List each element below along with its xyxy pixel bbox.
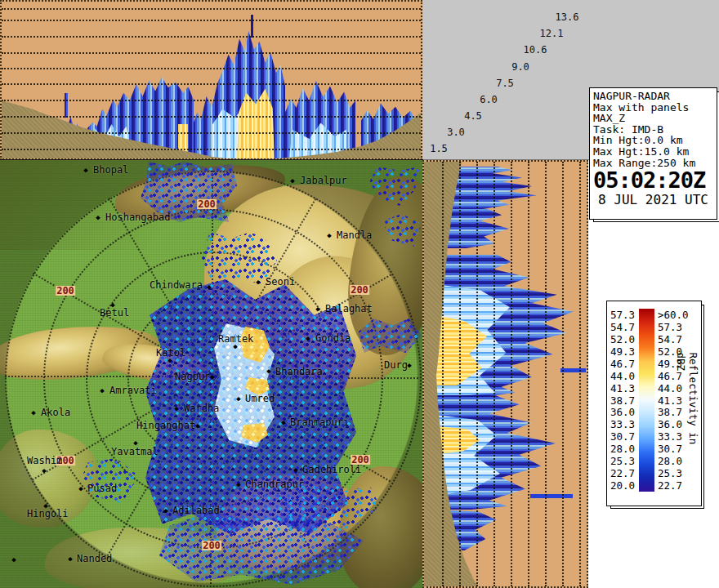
city-label-hoshangabad: Hoshangabad xyxy=(105,212,170,222)
height-gridline xyxy=(2,36,421,38)
legend-left-label: 46.7 xyxy=(607,359,635,369)
legend-left-label: 49.3 xyxy=(607,346,635,357)
height-gridline xyxy=(442,162,444,586)
city-marker-icon: ◆ xyxy=(327,232,331,239)
product-info-line: Min Hgt:0.0 km xyxy=(593,135,713,146)
range-ring-label: 200 xyxy=(202,541,221,550)
legend-right-label: >60.0 xyxy=(658,310,689,320)
height-gridline xyxy=(493,162,495,586)
height-gridline xyxy=(459,162,461,586)
height-gridline xyxy=(2,132,421,134)
legend-left-label: 28.0 xyxy=(607,443,635,454)
city-label-yavatmal: Yavatmal xyxy=(111,447,159,457)
city-label-katol: Katol xyxy=(156,348,185,358)
city-marker-icon: ◆ xyxy=(407,362,411,369)
radar-echo-spike xyxy=(530,494,573,498)
legend-left-label: 22.7 xyxy=(607,468,635,479)
city-label-pusad: Pusad xyxy=(87,483,117,493)
height-gridline xyxy=(2,68,421,69)
product-info-line: Max Hgt:15.0 km xyxy=(593,146,713,158)
height-gridline xyxy=(2,52,421,54)
city-label-seoni: Seoni xyxy=(266,277,295,287)
city-label-mandla: Mandla xyxy=(337,230,372,240)
ew-cross-section-panel xyxy=(0,0,422,160)
city-marker-icon: ◆ xyxy=(236,481,240,488)
city-label-ramtek: Ramtek xyxy=(218,334,253,344)
height-gridline xyxy=(528,162,529,586)
legend-title: Reflectivity in dBZ xyxy=(675,353,699,455)
range-ring-label: 200 xyxy=(197,199,217,209)
height-gridline xyxy=(2,100,421,101)
city-marker-icon: ◆ xyxy=(266,368,270,375)
city-label-jabalpur: Jabalpur xyxy=(300,176,347,185)
product-info-line: MAX_Z xyxy=(593,113,713,124)
height-gridline xyxy=(2,116,421,118)
height-label-9.0: 9.0 xyxy=(511,61,529,73)
city-label-chandrapur: Chandrapur xyxy=(245,479,304,489)
ns-cross-section-panel xyxy=(422,160,588,588)
ppi-map-panel: 200200200200200200 ◆Bhopal◆Jabalpur◆Hosh… xyxy=(0,160,422,588)
city-marker-icon: ◆ xyxy=(306,335,310,342)
legend-right-label: 28.0 xyxy=(658,456,682,466)
city-label-gadchiroli: Gadchiroli xyxy=(302,465,361,474)
color-scale-bar xyxy=(639,309,654,492)
city-marker-icon: ◆ xyxy=(256,278,260,286)
legend-left-label: 36.0 xyxy=(607,407,635,417)
height-gridline xyxy=(579,162,581,586)
city-marker-icon: ◆ xyxy=(83,167,87,174)
radar-echo xyxy=(65,93,68,118)
city-marker-icon: ◆ xyxy=(281,419,285,426)
city-marker-icon: ◆ xyxy=(174,405,178,412)
legend-left-label: 38.7 xyxy=(607,395,635,406)
city-marker-icon: ◆ xyxy=(195,422,199,430)
city-marker-icon: ◆ xyxy=(31,409,35,416)
product-info-box: NAGPUR-RADARMax with panelsMAX_ZTask: IM… xyxy=(589,87,717,220)
height-gridline xyxy=(562,162,564,586)
scan-date: 8 JUL 2021 UTC xyxy=(593,193,713,207)
product-info-line: Task: IMD-B xyxy=(593,124,713,136)
legend-left-label: 57.3 xyxy=(607,310,635,320)
height-label-6.0: 6.0 xyxy=(480,94,498,105)
height-gridline xyxy=(511,162,512,586)
legend-right-label: 25.3 xyxy=(658,468,682,479)
city-label-hingoli: Hingoli xyxy=(27,509,69,519)
legend-left-label: 25.3 xyxy=(607,456,635,466)
city-marker-icon: ◆ xyxy=(293,466,297,474)
scan-time: 05:02:20Z xyxy=(593,168,713,193)
legend-left-label: 54.7 xyxy=(607,322,635,332)
legend-right-label: 54.7 xyxy=(658,334,682,345)
height-gridline xyxy=(2,83,421,85)
city-label-brahmapuri: Brahmapuri xyxy=(290,417,349,427)
city-marker-icon: ◆ xyxy=(210,373,214,381)
height-label-12.1: 12.1 xyxy=(540,28,564,39)
city-marker-icon: ◆ xyxy=(42,467,46,474)
height-gridline xyxy=(476,162,478,586)
height-label-4.5: 4.5 xyxy=(464,110,482,122)
city-label-balaghat: Balaghat xyxy=(325,304,373,314)
city-label-wardha: Wardha xyxy=(184,403,219,413)
city-label-hinganghat: Hinganghat xyxy=(136,421,195,430)
city-marker-icon: ◆ xyxy=(96,214,100,221)
legend-right-label: 57.3 xyxy=(658,322,682,332)
legend-left-label: 41.3 xyxy=(607,383,635,394)
city-marker-icon: ◆ xyxy=(163,507,167,514)
radar-echo-spike xyxy=(560,368,586,372)
height-label-10.6: 10.6 xyxy=(524,44,547,56)
city-label-betul: Betul xyxy=(100,308,129,318)
city-marker-icon: ◆ xyxy=(11,556,16,564)
height-label-13.6: 13.6 xyxy=(556,11,579,23)
height-label-3.0: 3.0 xyxy=(447,127,465,138)
height-label-7.5: 7.5 xyxy=(496,78,514,89)
city-label-nanded: Nanded xyxy=(77,554,112,564)
product-info-line: NAGPUR-RADAR xyxy=(593,91,713,102)
legend-right-label: 22.7 xyxy=(658,480,682,491)
city-marker-icon: ◆ xyxy=(78,485,83,492)
legend-left-label: 44.0 xyxy=(607,371,635,381)
city-marker-icon: ◆ xyxy=(207,283,211,291)
radar-application-window: 1.53.04.56.07.59.010.612.113.6 200 xyxy=(0,0,719,588)
legend-left-label: 30.7 xyxy=(607,431,635,442)
city-marker-icon: ◆ xyxy=(68,555,72,563)
product-info-line: Max Range:250 km xyxy=(593,158,713,169)
city-label-washim: Washim xyxy=(27,456,62,466)
city-label-bhopal: Bhopal xyxy=(93,165,128,175)
